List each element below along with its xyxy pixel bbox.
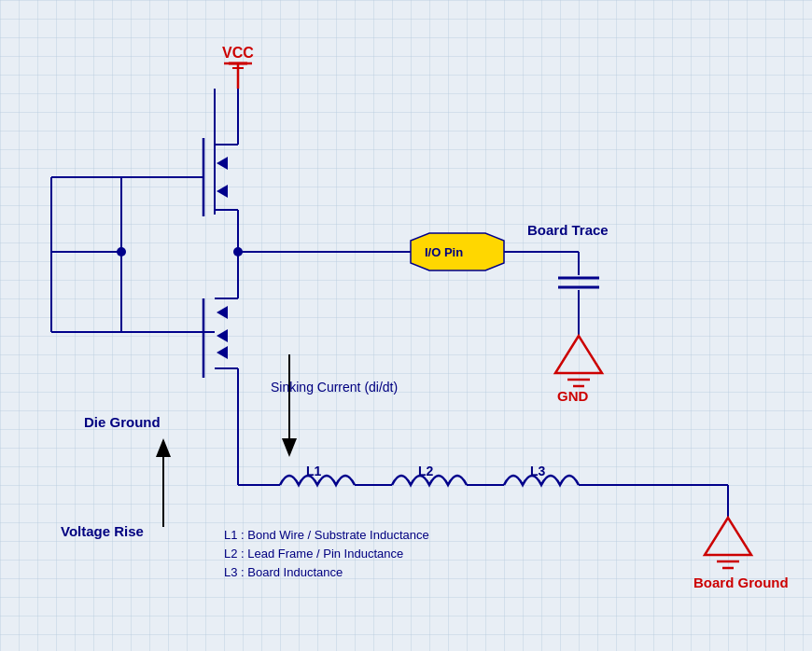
legend-l2: L2 : Lead Frame / Pin Inductance [224,547,403,561]
board-ground-label: Board Ground [693,575,789,590]
sinking-current-label: Sinking Current (di/dt) [271,380,398,395]
l3-label: L3 [530,464,546,478]
svg-marker-11 [217,185,228,198]
svg-marker-46 [705,518,751,555]
vcc-label: VCC [222,45,254,61]
svg-marker-19 [217,306,228,319]
svg-marker-21 [217,346,228,359]
voltage-rise-label: Voltage Rise [61,523,144,539]
l2-label: L2 [418,464,434,478]
legend-l1: L1 : Bond Wire / Substrate Inductance [224,528,429,542]
legend-l3: L3 : Board Inductance [224,565,343,579]
io-pin-label: I/O Pin [425,245,463,259]
l1-label: L1 [306,464,322,478]
svg-point-29 [233,247,243,256]
svg-marker-40 [282,438,297,457]
svg-marker-20 [217,329,228,342]
svg-marker-50 [156,438,171,457]
svg-marker-36 [555,336,602,373]
gnd-label: GND [557,388,589,404]
svg-marker-10 [217,157,228,170]
die-ground-label: Die Ground [84,414,161,430]
board-trace-label: Board Trace [527,222,609,238]
